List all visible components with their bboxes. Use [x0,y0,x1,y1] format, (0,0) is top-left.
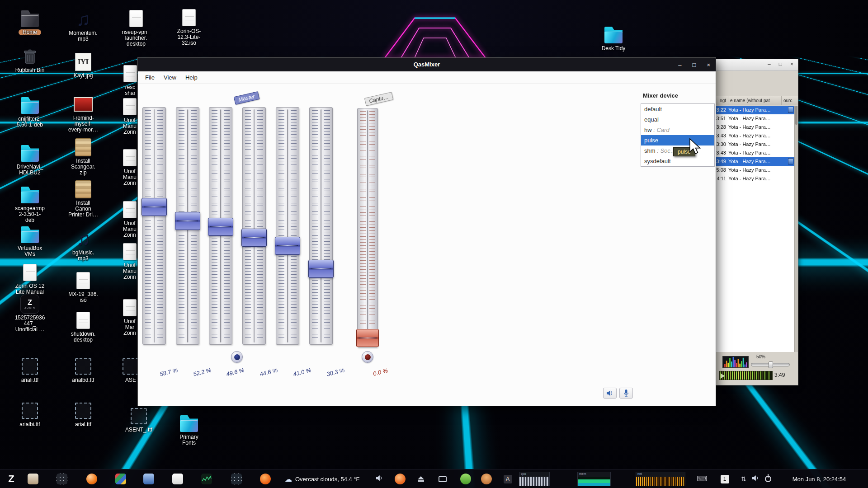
taskbar-file-manager[interactable] [27,473,39,485]
playlist-close-button[interactable]: × [790,61,793,67]
desktop-icon-rubbish-bin[interactable]: Rubbish Bin [9,47,51,73]
desktop-icon-riseup-vpn[interactable]: riseup-vpn_launcher.desktop [115,9,157,47]
desktop-icon-virtualbox-vms[interactable]: VirtualBoxVMs [9,225,51,257]
taskbar-package-grid[interactable] [231,473,242,485]
playback-slider-track-2[interactable] [209,107,232,345]
seek-bar[interactable] [719,371,773,380]
playback-slider-track-3[interactable] [242,107,266,345]
capture-mute-button[interactable] [619,388,633,399]
desktop-icon-arial-ttf[interactable]: arial.ttf [62,401,104,427]
device-item-pulse[interactable]: pulse [641,135,714,145]
desktop-icon-shutdown-desktop[interactable]: shutdown.desktop [62,311,104,343]
taskbar-zorin-menu[interactable]: Z [5,473,17,485]
taskbar-power-button[interactable] [762,473,774,485]
playback-slider-track-0[interactable] [142,107,166,345]
monitor-net[interactable]: net [636,472,685,486]
playlist-header-cell-2[interactable]: ourc [782,96,798,105]
desktop-icon-label: riseup-vpn_launcher.desktop [122,29,151,47]
playlist-scrollbar[interactable] [794,106,798,352]
taskbar-app-grid[interactable] [56,473,68,485]
desktop-icon-label: cnijfilter2-5.50-1-deb [17,116,43,128]
volume-slider[interactable] [751,363,790,366]
taskbar-updates-applet[interactable]: ⇅ [738,473,750,485]
folder-icon [603,25,624,44]
desktop-icon-cnijfilter2-deb[interactable]: cnijfilter2-5.50-1-deb [9,96,51,128]
taskbar-volume-indicator[interactable] [373,473,385,485]
desktop-icon-label: PrimaryFonts [179,434,198,446]
zorin-box-icon: ZZORIN [19,295,40,314]
slider-handle[interactable] [142,198,167,216]
menu-view[interactable]: View [159,73,181,82]
playback-slider-track-5[interactable] [309,107,333,345]
slider-handle[interactable] [175,212,200,230]
playback-slider-track-4[interactable] [276,107,299,345]
taskbar-writer-doc[interactable] [172,473,184,485]
slider-value-label: 52.2 % [193,366,212,377]
desktop-icon-home[interactable]: Home [9,9,51,35]
menu-help[interactable]: Help [181,73,202,82]
playlist-header-cell-1[interactable]: e name (without pat [728,96,782,105]
desktop-icon-arialbd-ttf[interactable]: arialbd.ttf [62,357,104,383]
taskbar-input-method[interactable]: ⌨ [696,473,708,485]
taskbar-virtualbox[interactable] [143,473,155,485]
taskbar-chat-applet[interactable] [460,473,472,485]
desktop-icon-install-scangear-zip[interactable]: InstallScangear.zip [62,138,104,176]
desktop-icon-i-remind-image[interactable]: I-remind-myself-every-mor… [62,95,104,133]
device-item-default[interactable]: default [641,104,714,114]
taskbar-image-viewer[interactable] [115,473,127,485]
slider-handle[interactable] [308,260,334,278]
desktop-icon-momentum-mp3[interactable]: ♫Momentum.mp3 [62,10,104,42]
system-monitor-icon [201,474,212,484]
device-item-equal[interactable]: equal [641,114,714,125]
desktop-icon-install-canon-driver[interactable]: InstallCanonPrinter Dri… [62,180,104,218]
taskbar-peppermint[interactable] [259,473,271,485]
playback-mute-button[interactable] [603,388,617,399]
playback-toggle-button[interactable] [231,351,243,363]
desktop-icon-desk-tidy[interactable]: Desk Tidy [593,25,634,52]
taskbar-eject-applet[interactable] [415,473,427,485]
slider-handle[interactable] [208,218,233,236]
taskbar-keyboard-layout[interactable]: A [502,473,514,485]
mixer-close-button[interactable]: × [707,61,710,68]
taskbar-pet-applet[interactable] [481,473,492,485]
clock[interactable]: Mon Jun 8, 20:24:54 [780,469,858,488]
mixer-titlebar[interactable]: QasMixer –□× [138,58,716,71]
device-item-hw[interactable]: hw : Card [641,125,714,135]
taskbar-display-applet[interactable] [437,473,448,485]
taskbar-volume-tray[interactable] [750,473,761,485]
desktop-icon-zorin-manual[interactable]: Zorin OS 12Lite Manual [9,263,51,295]
kayi-icon: IYI [73,52,94,71]
desktop-icon-kayi-jpg[interactable]: IYIKayi.jpg [62,52,104,79]
taskbar-system-monitor[interactable] [201,473,212,485]
desktop-icon-mx19-iso[interactable]: MX-19_386.iso [62,271,104,303]
mixer-minimize-button[interactable]: – [678,61,681,68]
device-item-sysdefault[interactable]: sysdefault [641,156,714,166]
desktop-icon-bgmusic-mp3[interactable]: ♫bgMusic.mp3 [62,230,104,262]
capture-slider-track-0[interactable] [357,108,378,347]
taskbar-moc-player[interactable] [394,473,406,485]
desktop-icon-drivenavi-hdlbu2[interactable]: DriveNavi_HDLBU2 [9,144,51,176]
desktop-icon-scangearmp2-deb[interactable]: scangearmp2-3.50-1-deb [9,185,51,223]
monitor-cpu[interactable]: cpu [519,472,550,486]
menu-file[interactable]: File [141,73,159,82]
slider-handle[interactable] [241,229,267,247]
slider-handle[interactable] [356,329,379,347]
desktop-icon-asent-ttf[interactable]: ASENT_.ttf [118,407,160,433]
desktop-icon-primary-fonts[interactable]: PrimaryFonts [168,414,210,446]
desktop-icon-arialbi-ttf[interactable]: arialbi.ttf [9,401,51,427]
playback-slider-track-1[interactable] [176,107,199,345]
capture-toggle-button[interactable] [362,351,373,363]
taskbar: ☁ Overcast clouds, 54.4 °F Mon Jun 8, 20… [0,469,868,488]
desktop-icon-zorin-os-iso[interactable]: Zorin-OS-12.3-Lite-32.iso [168,8,210,46]
desktop-icon-ariali-ttf[interactable]: ariali.ttf [9,357,51,383]
monitor-mem[interactable]: mem [577,472,611,486]
taskbar-workspace-switcher[interactable]: 1 [719,473,731,485]
playlist-maximize-button[interactable]: □ [779,61,782,67]
mixer-maximize-button[interactable]: □ [693,61,696,68]
taskbar-web-browser[interactable] [86,473,98,485]
weather-applet[interactable]: ☁ Overcast clouds, 54.4 °F [285,469,359,488]
slider-handle[interactable] [275,237,300,255]
folder-icon [19,144,40,163]
playlist-minimize-button[interactable]: – [768,61,771,67]
desktop-icon-zorin-unofficial[interactable]: ZZORIN1525725936447_Unofficial … [9,295,51,333]
